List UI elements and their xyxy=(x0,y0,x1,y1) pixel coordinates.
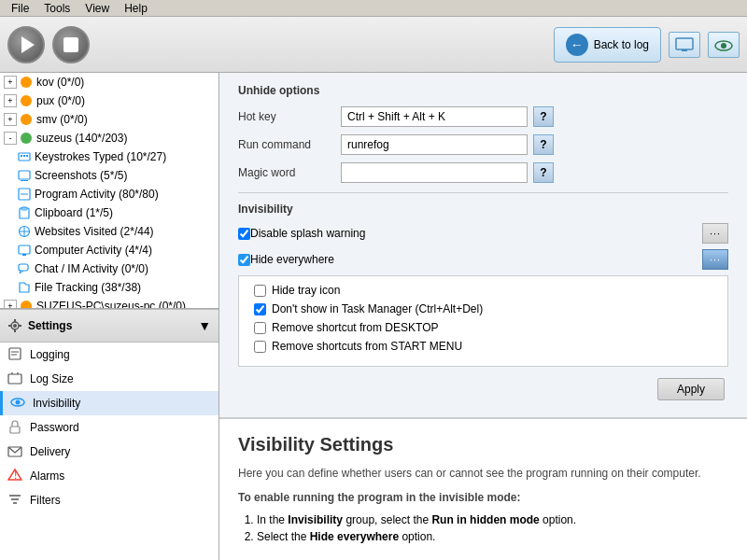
computer-activity-label: Computer Activity (4*/4) xyxy=(35,244,152,257)
clipboard-icon xyxy=(17,205,32,220)
settings-item-password[interactable]: Password xyxy=(0,415,218,440)
hide-everywhere-checkbox[interactable] xyxy=(238,254,250,266)
tree-item-keystrokes[interactable]: Keystrokes Typed (10*/27) xyxy=(0,147,218,166)
hot-key-input[interactable] xyxy=(341,106,528,127)
settings-item-filters[interactable]: Filters xyxy=(0,488,218,512)
run-command-row: Run command ? xyxy=(238,134,728,155)
svg-rect-25 xyxy=(19,325,21,327)
help-step-1: In the Invisibility group, select the Ru… xyxy=(257,513,728,526)
svg-rect-0 xyxy=(676,38,693,49)
svg-point-3 xyxy=(721,43,726,49)
play-button[interactable] xyxy=(7,26,45,63)
settings-item-invisibility[interactable]: Invisibility xyxy=(0,391,218,415)
tree-item-computer-activity[interactable]: Computer Activity (4*/4) xyxy=(0,241,218,259)
tree-item-chat[interactable]: Chat / IM Activity (0*/0) xyxy=(0,259,218,278)
settings-dropdown-arrow[interactable]: ▼ xyxy=(198,318,211,333)
expand-suzeus-pc[interactable]: + xyxy=(4,300,17,309)
menu-help[interactable]: Help xyxy=(117,2,155,15)
screen-icon xyxy=(675,37,694,52)
smv-icon xyxy=(19,112,34,127)
tree-item-smv[interactable]: + smv (0*/0) xyxy=(0,110,218,129)
hot-key-label: Hot key xyxy=(238,110,341,123)
menu-file[interactable]: File xyxy=(4,2,36,15)
stop-button[interactable] xyxy=(52,26,90,63)
help-intro: Here you can define whether users can or… xyxy=(238,465,728,482)
toolbar: ← Back to log xyxy=(0,17,747,73)
disable-splash-row: Disable splash warning ··· xyxy=(238,223,728,244)
keystrokes-label: Keystrokes Typed (10*/27) xyxy=(35,150,166,163)
run-command-help[interactable]: ? xyxy=(533,134,554,155)
program-activity-icon xyxy=(17,187,32,202)
settings-item-logging[interactable]: Logging xyxy=(0,343,218,367)
help-title: Visibility Settings xyxy=(238,434,728,455)
svg-rect-6 xyxy=(23,155,25,157)
svg-rect-7 xyxy=(26,155,28,157)
hide-tray-row: Hide tray icon xyxy=(254,284,712,297)
disable-splash-label: Disable splash warning xyxy=(250,227,702,240)
settings-alarms-label: Alarms xyxy=(30,469,64,483)
expand-suzeus[interactable]: - xyxy=(4,132,17,145)
tree-item-suzeus-pc[interactable]: + SUZEUS-PC\suzeus-pc (0*/0) xyxy=(0,297,218,309)
back-arrow-icon: ← xyxy=(566,34,588,56)
tree-item-clipboard[interactable]: Clipboard (1*/5) xyxy=(0,203,218,222)
settings-item-delivery[interactable]: Delivery xyxy=(0,440,218,464)
settings-item-logsize[interactable]: Log Size xyxy=(0,367,218,391)
apply-row: Apply xyxy=(238,372,728,406)
menu-bar: File Tools View Help xyxy=(0,0,747,17)
kov-icon xyxy=(19,75,34,90)
websites-icon xyxy=(17,224,32,239)
suzeus-pc-label: SUZEUS-PC\suzeus-pc (0*/0) xyxy=(36,300,186,309)
tree-item-suzeus[interactable]: - suzeus (140*/203) xyxy=(0,129,218,147)
run-command-input[interactable] xyxy=(341,134,528,155)
expand-smv[interactable]: + xyxy=(4,113,17,126)
remove-desktop-shortcut-checkbox[interactable] xyxy=(254,322,266,334)
expand-kov[interactable]: + xyxy=(4,76,17,89)
toolbar-icon-eye[interactable] xyxy=(708,32,740,58)
remove-desktop-shortcut-label: Remove shortcut from DESKTOP xyxy=(272,321,439,334)
help-panel: Visibility Settings Here you can define … xyxy=(219,418,747,560)
suzeus-pc-icon xyxy=(19,299,34,309)
tree-item-kov[interactable]: + kov (0*/0) xyxy=(0,73,218,91)
settings-filters-label: Filters xyxy=(30,494,61,507)
expand-pux[interactable]: + xyxy=(4,94,17,107)
magic-word-input[interactable] xyxy=(341,162,528,183)
tree-item-pux[interactable]: + pux (0*/0) xyxy=(0,91,218,110)
svg-rect-1 xyxy=(682,49,687,51)
svg-rect-23 xyxy=(14,329,16,332)
keystrokes-icon xyxy=(17,149,32,164)
hot-key-row: Hot key ? xyxy=(238,106,728,127)
logsize-icon xyxy=(7,371,24,387)
disable-splash-checkbox[interactable] xyxy=(238,228,250,240)
no-task-manager-row: Don't show in Task Manager (Ctrl+Alt+Del… xyxy=(254,302,712,315)
tree-item-program-activity[interactable]: Program Activity (80*/80) xyxy=(0,185,218,203)
run-command-label: Run command xyxy=(238,138,341,151)
settings-bar: Settings ▼ xyxy=(0,309,218,343)
menu-view[interactable]: View xyxy=(78,2,117,15)
remove-start-menu-checkbox[interactable] xyxy=(254,341,266,353)
settings-label: Settings xyxy=(28,319,72,332)
tree-item-screenshots[interactable]: Screenshots (5*/5) xyxy=(0,166,218,185)
settings-item-alarms[interactable]: ! Alarms xyxy=(0,464,218,488)
apply-button[interactable]: Apply xyxy=(657,378,725,400)
settings-logging-label: Logging xyxy=(30,348,70,361)
file-tracking-icon xyxy=(17,280,32,295)
hot-key-help[interactable]: ? xyxy=(533,106,554,127)
eye-toolbar-icon xyxy=(713,37,734,52)
magic-word-help[interactable]: ? xyxy=(533,162,554,183)
tree-item-websites[interactable]: Websites Visited (2*/44) xyxy=(0,222,218,241)
chat-icon xyxy=(17,261,32,276)
hide-everywhere-options-btn[interactable]: ··· xyxy=(702,249,728,270)
settings-delivery-label: Delivery xyxy=(30,445,70,458)
back-to-log-button[interactable]: ← Back to log xyxy=(554,27,661,63)
disable-splash-options-btn[interactable]: ··· xyxy=(702,223,728,244)
suzeus-label: suzeus (140*/203) xyxy=(36,132,127,145)
settings-logsize-label: Log Size xyxy=(30,372,74,385)
smv-label: smv (0*/0) xyxy=(36,113,88,126)
remove-start-menu-label: Remove shortcuts from START MENU xyxy=(272,340,462,353)
menu-tools[interactable]: Tools xyxy=(36,2,78,15)
tree-item-file-tracking[interactable]: File Tracking (38*/38) xyxy=(0,278,218,297)
no-task-manager-checkbox[interactable] xyxy=(254,303,266,315)
remove-start-menu-row: Remove shortcuts from START MENU xyxy=(254,340,712,353)
hide-tray-checkbox[interactable] xyxy=(254,285,266,297)
toolbar-icon-screen[interactable] xyxy=(669,32,700,58)
